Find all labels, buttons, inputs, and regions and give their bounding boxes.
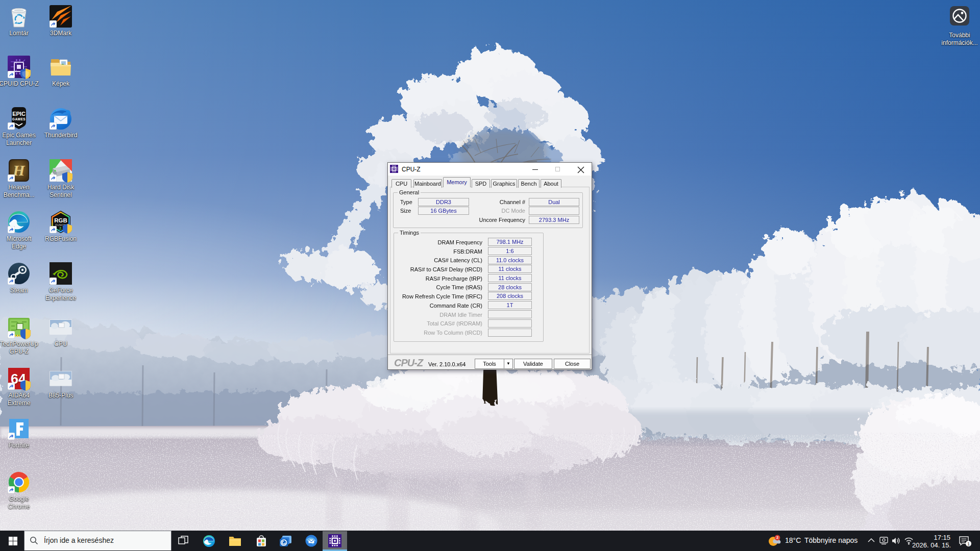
svg-text:1: 1 — [967, 541, 970, 546]
svg-text:EPIC: EPIC — [12, 111, 26, 117]
svg-text:2: 2 — [776, 535, 778, 540]
svg-text:GAMES: GAMES — [12, 117, 26, 121]
svg-text:RGB: RGB — [54, 217, 67, 223]
